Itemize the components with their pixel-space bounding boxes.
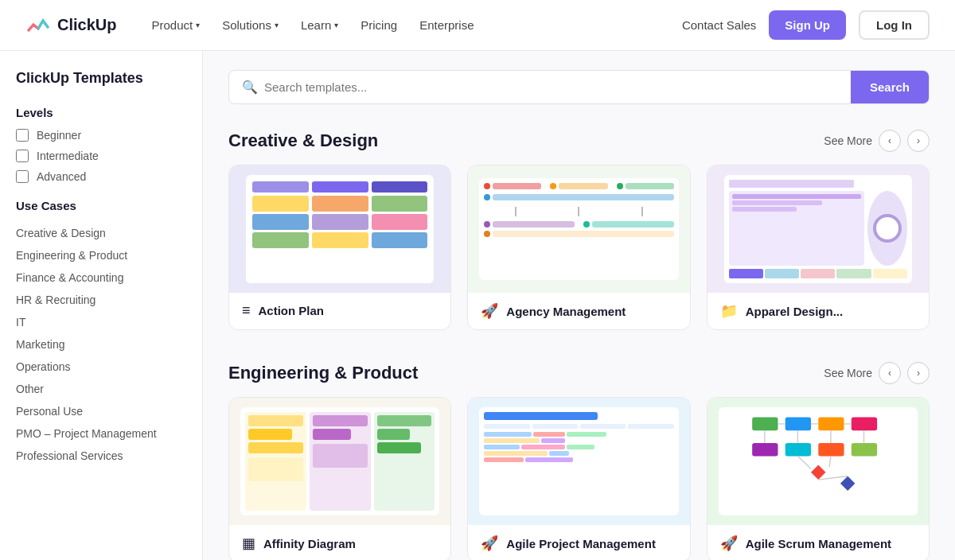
sidebar-item-personal-use[interactable]: Personal Use — [16, 400, 186, 422]
chevron-down-icon: ▾ — [334, 21, 338, 29]
chevron-down-icon: ▾ — [275, 21, 279, 29]
sidebar-item-creative-design[interactable]: Creative & Design — [16, 222, 186, 244]
thumbnail-agile-scrum — [707, 398, 929, 525]
thumbnail-affinity — [229, 398, 450, 525]
level-beginner[interactable]: Beginner — [16, 129, 186, 142]
sidebar-item-it[interactable]: IT — [16, 311, 186, 333]
sidebar-item-professional-services[interactable]: Professional Services — [16, 445, 186, 467]
template-info-action-plan: ≡ Action Plan — [229, 293, 450, 329]
template-card-agency[interactable]: 🚀 Agency Management — [467, 165, 690, 330]
template-card-apparel[interactable]: 📁 Apparel Design... — [707, 165, 930, 330]
nav-product[interactable]: Product ▾ — [142, 12, 209, 38]
svg-rect-0 — [752, 418, 778, 431]
svg-rect-3 — [851, 418, 876, 431]
template-name-apparel: Apparel Design... — [746, 305, 844, 318]
navbar: ClickUp Product ▾ Solutions ▾ Learn ▾ Pr… — [0, 0, 955, 51]
template-name-agency: Agency Management — [506, 305, 626, 318]
next-arrow-creative[interactable]: › — [907, 130, 930, 152]
logo-text: ClickUp — [57, 16, 116, 34]
template-icon-affinity: ▦ — [242, 535, 255, 552]
levels-heading: Levels — [16, 106, 186, 119]
intermediate-label: Intermediate — [37, 150, 99, 162]
search-button[interactable]: Search — [851, 71, 929, 103]
svg-rect-1 — [785, 418, 810, 431]
level-advanced[interactable]: Advanced — [16, 170, 186, 183]
section-engineering-product: Engineering & Product See More ‹ › — [228, 362, 930, 560]
prev-arrow-engineering[interactable]: ‹ — [879, 362, 901, 384]
navbar-right: Contact Sales Sign Up Log In — [682, 10, 930, 40]
template-card-action-plan[interactable]: ≡ Action Plan — [228, 165, 451, 330]
sidebar-item-pmo[interactable]: PMO – Project Management — [16, 422, 186, 445]
template-name-agile-scrum: Agile Scrum Management — [746, 537, 891, 550]
template-grid-engineering: ▦ Affinity Diagram — [228, 397, 930, 560]
template-name-affinity: Affinity Diagram — [263, 537, 356, 550]
prev-arrow-creative[interactable]: ‹ — [879, 130, 901, 152]
chevron-down-icon: ▾ — [196, 21, 200, 29]
logo-icon — [25, 13, 51, 38]
signup-button[interactable]: Sign Up — [769, 10, 846, 40]
nav-links: Product ▾ Solutions ▾ Learn ▾ Pricing En… — [142, 12, 483, 38]
thumbnail-agency — [468, 165, 689, 293]
see-more-engineering[interactable]: See More — [824, 367, 872, 379]
template-icon-apparel: 📁 — [720, 302, 738, 320]
template-card-agile-pm[interactable]: 🚀 Agile Project Management — [467, 397, 690, 560]
beginner-checkbox[interactable] — [16, 129, 29, 142]
nav-solutions[interactable]: Solutions ▾ — [212, 12, 288, 38]
template-icon-agency: 🚀 — [481, 302, 498, 320]
contact-sales-button[interactable]: Contact Sales — [682, 18, 756, 32]
thumbnail-action-plan — [229, 165, 450, 293]
section-title-engineering: Engineering & Product — [228, 363, 418, 383]
thumbnail-apparel — [707, 165, 929, 293]
use-cases-heading: Use Cases — [16, 199, 186, 212]
template-icon-action-plan: ≡ — [242, 302, 251, 319]
sidebar-item-marketing[interactable]: Marketing — [16, 333, 186, 356]
sidebar-title: ClickUp Templates — [16, 70, 186, 87]
svg-rect-9 — [818, 443, 844, 457]
svg-marker-15 — [811, 465, 825, 480]
advanced-checkbox[interactable] — [16, 170, 29, 183]
template-name-agile-pm: Agile Project Management — [506, 537, 656, 550]
use-cases-section: Use Cases Creative & Design Engineering … — [16, 199, 186, 467]
level-intermediate[interactable]: Intermediate — [16, 150, 186, 162]
advanced-label: Advanced — [37, 170, 86, 183]
login-button[interactable]: Log In — [859, 10, 930, 40]
nav-pricing[interactable]: Pricing — [351, 12, 407, 38]
search-input-wrapper: 🔍 — [229, 71, 851, 103]
template-grid-creative: ≡ Action Plan — [228, 165, 930, 330]
template-info-agile-scrum: 🚀 Agile Scrum Management — [707, 525, 929, 560]
svg-marker-16 — [840, 476, 855, 490]
svg-line-18 — [829, 457, 831, 468]
svg-rect-10 — [851, 443, 876, 457]
see-more-creative[interactable]: See More — [824, 134, 872, 147]
logo[interactable]: ClickUp — [25, 13, 116, 38]
thumbnail-agile-pm — [468, 398, 689, 525]
svg-line-19 — [818, 476, 848, 480]
section-creative-design: Creative & Design See More ‹ › — [228, 130, 930, 330]
sidebar-item-engineering-product[interactable]: Engineering & Product — [16, 244, 186, 266]
page-layout: ClickUp Templates Levels Beginner Interm… — [0, 51, 955, 560]
template-icon-agile-pm: 🚀 — [481, 535, 498, 552]
sidebar-item-finance-accounting[interactable]: Finance & Accounting — [16, 266, 186, 289]
template-card-agile-scrum[interactable]: 🚀 Agile Scrum Management — [707, 397, 930, 560]
next-arrow-engineering[interactable]: › — [907, 362, 930, 384]
search-input[interactable] — [264, 71, 838, 103]
template-info-apparel: 📁 Apparel Design... — [707, 293, 929, 329]
section-header-creative: Creative & Design See More ‹ › — [228, 130, 930, 152]
template-info-agile-pm: 🚀 Agile Project Management — [468, 525, 689, 560]
template-info-affinity: ▦ Affinity Diagram — [229, 525, 450, 560]
section-header-engineering: Engineering & Product See More ‹ › — [228, 362, 930, 384]
levels-section: Levels Beginner Intermediate Advanced — [16, 106, 186, 183]
sidebar-item-operations[interactable]: Operations — [16, 356, 186, 378]
intermediate-checkbox[interactable] — [16, 150, 29, 162]
template-info-agency: 🚀 Agency Management — [468, 293, 689, 329]
sidebar-item-hr-recruiting[interactable]: HR & Recruiting — [16, 289, 186, 311]
nav-enterprise[interactable]: Enterprise — [410, 12, 483, 38]
navbar-left: ClickUp Product ▾ Solutions ▾ Learn ▾ Pr… — [25, 12, 484, 38]
template-card-affinity[interactable]: ▦ Affinity Diagram — [228, 397, 451, 560]
sidebar-item-other[interactable]: Other — [16, 378, 186, 400]
svg-rect-7 — [752, 443, 778, 457]
template-icon-agile-scrum: 🚀 — [720, 535, 738, 552]
svg-rect-8 — [785, 443, 810, 457]
nav-learn[interactable]: Learn ▾ — [291, 12, 348, 38]
main-content: 🔍 Search Creative & Design See More ‹ › — [203, 51, 955, 560]
